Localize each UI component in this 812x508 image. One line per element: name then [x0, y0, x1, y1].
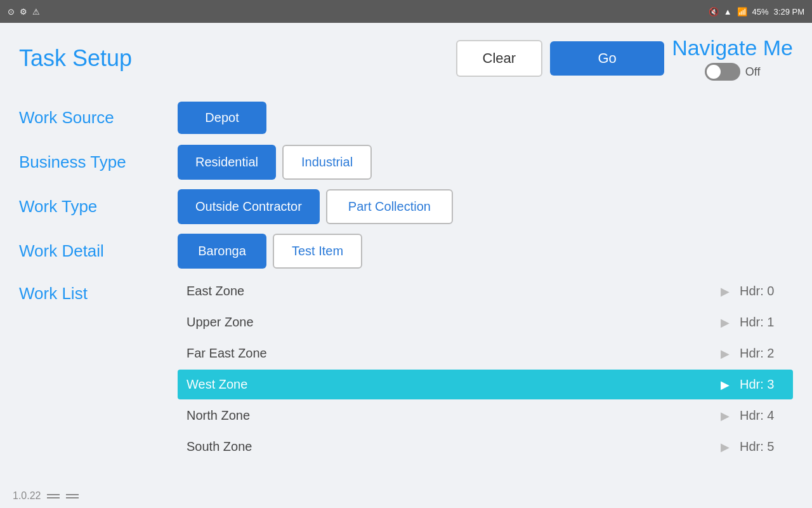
business-type-label: Business Type: [19, 152, 178, 172]
work-type-buttons: Outside Contractor Part Collection: [178, 189, 453, 224]
work-detail-test-button[interactable]: Test Item: [273, 234, 362, 269]
work-detail-baronga-button[interactable]: Baronga: [178, 234, 266, 269]
signal-icon: 📶: [737, 7, 747, 17]
list-item-arrow-3: ▶: [721, 378, 730, 392]
navigate-me-section: Navigate Me Off: [672, 36, 793, 81]
header-buttons: Clear Go Navigate Me Off: [456, 36, 793, 81]
version-text: 1.0.22: [13, 490, 41, 502]
version-bar: 1.0.22: [13, 490, 79, 502]
work-source-row: Work Source Depot: [19, 98, 793, 137]
navigate-toggle-container: Off: [672, 63, 793, 81]
left-panel: Work Source Depot Business Type Resident…: [19, 98, 793, 463]
work-detail-buttons: Baronga Test Item: [178, 234, 362, 269]
work-list-label: Work List: [19, 276, 178, 304]
list-item-arrow-2: ▶: [721, 347, 730, 361]
battery-level: 45%: [752, 7, 769, 17]
status-bar-left: ⊙ ⚙ ⚠: [8, 7, 40, 17]
header-row: Task Setup Clear Go Navigate Me Off: [19, 36, 793, 81]
work-list-items: East Zone ▶ Hdr: 0 Upper Zone ▶ Hdr: 1 F…: [178, 276, 793, 463]
list-item-count-4: Hdr: 4: [740, 408, 784, 423]
list-item-zone-5: South Zone: [187, 439, 710, 454]
work-list-item-2[interactable]: Far East Zone ▶ Hdr: 2: [178, 338, 793, 368]
work-list-item-5[interactable]: South Zone ▶ Hdr: 5: [178, 432, 793, 462]
work-list-item-1[interactable]: Upper Zone ▶ Hdr: 1: [178, 307, 793, 337]
list-item-count-3: Hdr: 3: [740, 377, 784, 392]
list-item-zone-2: Far East Zone: [187, 346, 710, 361]
business-type-row: Business Type Residential Industrial: [19, 143, 793, 181]
clock-icon: ⊙: [8, 7, 15, 17]
work-source-label: Work Source: [19, 108, 178, 128]
list-item-count-1: Hdr: 1: [740, 315, 784, 330]
work-list-item-3[interactable]: West Zone ▶ Hdr: 3: [178, 370, 793, 399]
status-bar: ⊙ ⚙ ⚠ 🔇 ▲ 📶 45% 3:29 PM: [0, 0, 812, 23]
mute-icon: 🔇: [709, 7, 719, 17]
business-type-buttons: Residential Industrial: [178, 145, 372, 180]
work-list-row: Work List East Zone ▶ Hdr: 0 Upper Zone …: [19, 276, 793, 463]
list-item-arrow-1: ▶: [721, 316, 730, 330]
work-type-row: Work Type Outside Contractor Part Collec…: [19, 187, 793, 225]
business-type-residential-button[interactable]: Residential: [178, 145, 276, 180]
go-button[interactable]: Go: [550, 41, 664, 76]
list-item-count-5: Hdr: 5: [740, 439, 784, 454]
work-list-item-0[interactable]: East Zone ▶ Hdr: 0: [178, 276, 793, 306]
list-item-zone-1: Upper Zone: [187, 315, 710, 330]
list-item-arrow-0: ▶: [721, 284, 730, 298]
business-type-industrial-button[interactable]: Industrial: [282, 145, 372, 180]
list-item-zone-3: West Zone: [187, 377, 710, 392]
work-detail-label: Work Detail: [19, 241, 178, 261]
list-item-zone-4: North Zone: [187, 408, 710, 423]
toggle-off-label: Off: [745, 65, 761, 79]
content-area: Work Source Depot Business Type Resident…: [19, 98, 793, 463]
page-title: Task Setup: [19, 45, 132, 72]
navigate-me-toggle[interactable]: [705, 63, 740, 81]
work-type-part-button[interactable]: Part Collection: [326, 189, 453, 224]
main-content: Task Setup Clear Go Navigate Me Off Work…: [0, 23, 812, 508]
list-item-arrow-4: ▶: [721, 409, 730, 423]
work-type-outside-button[interactable]: Outside Contractor: [178, 189, 320, 224]
alert-icon: ⚠: [32, 7, 40, 17]
navigate-me-title: Navigate Me: [672, 36, 793, 60]
work-source-depot-button[interactable]: Depot: [178, 102, 266, 134]
settings-icon: ⚙: [20, 7, 27, 17]
list-item-count-0: Hdr: 0: [740, 284, 784, 298]
clock-time: 3:29 PM: [774, 7, 804, 17]
wifi-icon: ▲: [724, 7, 732, 17]
work-type-label: Work Type: [19, 197, 178, 217]
list-item-zone-0: East Zone: [187, 284, 710, 298]
work-list-item-4[interactable]: North Zone ▶ Hdr: 4: [178, 401, 793, 431]
hamburger-icon[interactable]: [47, 494, 60, 498]
clear-button[interactable]: Clear: [456, 40, 543, 77]
list-item-count-2: Hdr: 2: [740, 346, 784, 361]
work-detail-row: Work Detail Baronga Test Item: [19, 232, 793, 270]
status-bar-right: 🔇 ▲ 📶 45% 3:29 PM: [709, 7, 804, 17]
list-item-arrow-5: ▶: [721, 440, 730, 454]
work-source-buttons: Depot: [178, 102, 266, 134]
menu-icon[interactable]: [66, 494, 79, 498]
